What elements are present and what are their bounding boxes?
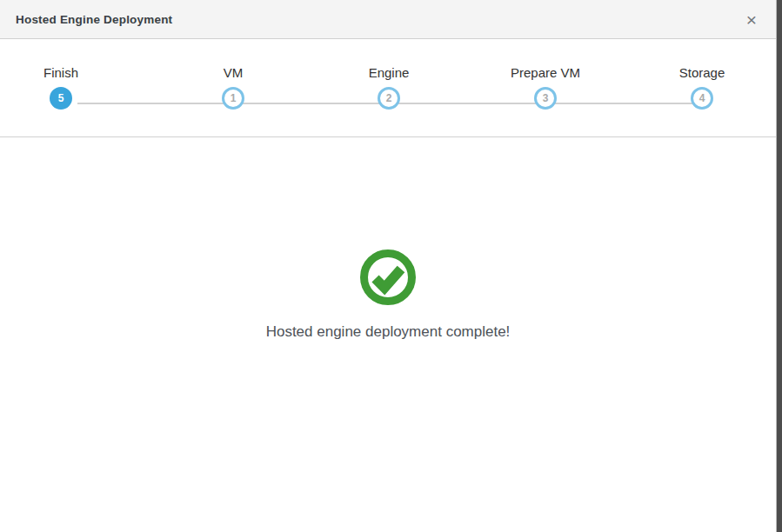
- success-message: Hosted engine deployment complete!: [0, 323, 776, 341]
- step-label: VM: [172, 65, 294, 80]
- hosted-engine-deployment-dialog: Hosted Engine Deployment × VM 1 Engine 2…: [0, 0, 777, 532]
- page-backdrop: [777, 0, 782, 532]
- step-label: Storage: [641, 65, 763, 80]
- step-storage[interactable]: Storage 4: [641, 39, 763, 110]
- step-prepare-vm[interactable]: Prepare VM 3: [485, 39, 606, 110]
- step-label: Prepare VM: [485, 65, 606, 80]
- modal-body: Hosted engine deployment complete!: [0, 249, 776, 532]
- step-label: Engine: [328, 65, 450, 80]
- close-icon[interactable]: ×: [746, 10, 757, 29]
- step-vm[interactable]: VM 1: [172, 39, 294, 110]
- step-number-circle: 2: [378, 87, 400, 110]
- step-number-circle: 5: [50, 87, 72, 110]
- check-circle-icon: [360, 249, 416, 305]
- step-number-circle: 4: [691, 87, 713, 110]
- modal-title: Hosted Engine Deployment: [16, 13, 172, 26]
- step-number-circle: 1: [222, 87, 244, 110]
- modal-header: Hosted Engine Deployment ×: [0, 0, 776, 39]
- wizard-stepper: VM 1 Engine 2 Prepare VM 3 Storage 4 Fin…: [0, 39, 776, 137]
- screen: Hosted Engine Deployment × VM 1 Engine 2…: [0, 0, 782, 532]
- step-number-circle: 3: [534, 87, 557, 110]
- step-finish[interactable]: Finish 5: [0, 39, 122, 110]
- step-label: Finish: [0, 65, 122, 80]
- step-engine[interactable]: Engine 2: [328, 39, 450, 110]
